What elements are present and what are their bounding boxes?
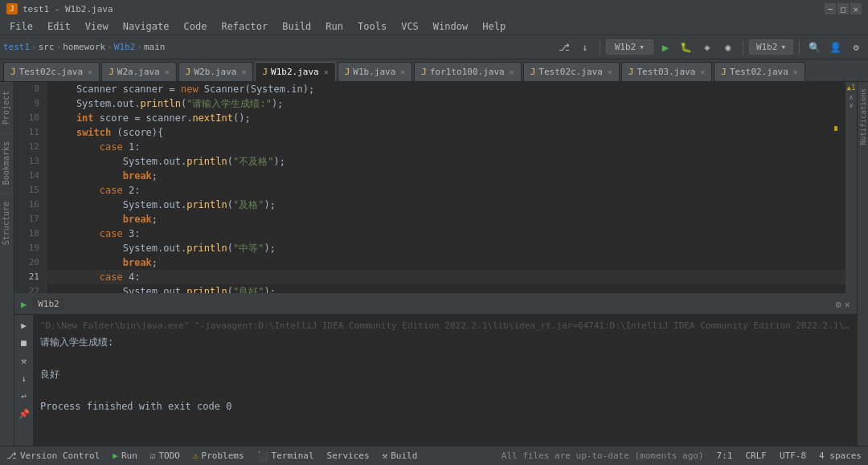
menu-build[interactable]: Build [276, 19, 317, 34]
nav-arrows[interactable]: ∧ [849, 93, 853, 101]
editor-tabs: J Test02c.java ✕ J W2a.java ✕ J W2b.java… [0, 59, 868, 82]
tab-w2a[interactable]: J W2a.java ✕ [101, 62, 177, 81]
run-output-prompt: 请输入学生成绩: [40, 334, 850, 350]
tab-test02c2[interactable]: J Test02c.java ✕ [523, 62, 620, 81]
tab-test02c[interactable]: J Test02c.java ✕ [3, 62, 100, 81]
tab-w1b2-active[interactable]: J W1b2.java ✕ [255, 62, 335, 81]
maximize-button[interactable]: □ [837, 3, 849, 14]
tab-label: W1b2.java [271, 67, 319, 77]
build-status[interactable]: ⚒ Build [383, 451, 418, 461]
warning-indicator[interactable]: ▲1 [847, 84, 856, 92]
version-control-status[interactable]: ⎇ Version Control [6, 451, 100, 461]
branch-selector[interactable]: W1b2 ▾ [749, 39, 793, 55]
stop-button[interactable]: ⏹ [17, 336, 31, 350]
menu-tools[interactable]: Tools [351, 19, 393, 34]
tab-label: Test02c.java [19, 67, 83, 77]
settings-icon[interactable]: ⚙ [847, 39, 865, 56]
structure-panel-tab[interactable]: Structure [0, 193, 14, 253]
tab-close[interactable]: ✕ [241, 67, 246, 76]
services-status[interactable]: Services [327, 451, 370, 461]
src-crumb[interactable]: src [39, 42, 55, 52]
window-controls[interactable]: ─ □ ✕ [825, 3, 862, 14]
soft-wrap-button[interactable]: ↩ [17, 389, 31, 403]
tab-close[interactable]: ✕ [165, 67, 170, 76]
nav-arrows-down[interactable]: ∨ [849, 101, 853, 109]
profile-button[interactable]: ◉ [719, 39, 737, 56]
run-output-blank2 [40, 382, 850, 398]
main-crumb[interactable]: main [144, 42, 166, 52]
tab-java-icon: J [262, 67, 268, 77]
line-ending-status[interactable]: CRLF [745, 451, 767, 461]
tab-w2b[interactable]: J W2b.java ✕ [178, 62, 254, 81]
code-editor[interactable]: 8 9 10 11 12 13 14 15 16 17 18 19 20 21 … [14, 82, 857, 293]
tab-w1b[interactable]: J W1b.java ✕ [338, 62, 413, 81]
tab-label: W1b.java [353, 67, 395, 77]
bookmarks-panel-tab[interactable]: Bookmarks [0, 133, 14, 193]
update-icon[interactable]: ↓ [576, 39, 594, 56]
tab-java-icon: J [721, 67, 727, 77]
menu-vcs[interactable]: VCS [395, 19, 425, 34]
notifications-tab[interactable]: Notifications [859, 85, 867, 148]
tab-close[interactable]: ✕ [324, 67, 329, 76]
code-line-14: break; [47, 169, 845, 183]
close-button[interactable]: ✕ [850, 3, 862, 14]
menu-edit[interactable]: Edit [41, 19, 77, 34]
problems-icon: ⚠ [193, 451, 199, 461]
terminal-status[interactable]: ⬛ Terminal [257, 451, 314, 461]
scroll-to-end-button[interactable]: ↓ [17, 371, 31, 385]
encoding-status[interactable]: UTF-8 [780, 451, 806, 461]
vcs-icon: ⎇ [6, 451, 17, 461]
run-panel-tab[interactable]: W1b2 [33, 298, 64, 310]
problems-status[interactable]: ⚠ Problems [193, 451, 244, 461]
pin-tab-button[interactable]: 📌 [17, 406, 31, 421]
menu-file[interactable]: File [3, 19, 39, 34]
tab-label: W2a.java [117, 67, 160, 77]
project-panel-tab[interactable]: Project [0, 82, 14, 133]
run-close-button[interactable]: ✕ [845, 299, 850, 310]
line-numbers: 8 9 10 11 12 13 14 15 16 17 18 19 20 21 … [14, 82, 47, 293]
menu-navigate[interactable]: Navigate [117, 19, 176, 34]
tab-close[interactable]: ✕ [793, 67, 798, 76]
position-status[interactable]: 7:1 [717, 451, 733, 461]
coverage-button[interactable]: ◈ [698, 39, 716, 56]
tab-close[interactable]: ✕ [88, 67, 92, 76]
search-everywhere-button[interactable]: 🔍 [805, 39, 823, 56]
tab-close[interactable]: ✕ [608, 67, 612, 76]
gutter-line-14: 14 [18, 169, 43, 183]
run-status[interactable]: ▶ Run [113, 451, 137, 461]
homework-crumb[interactable]: homework [63, 42, 105, 52]
tab-test03[interactable]: J Test03.java ✕ [621, 62, 713, 81]
right-margin: ▲1 ∧ ∨ [845, 82, 857, 293]
title-bar: J test1 - W1b2.java ─ □ ✕ [0, 0, 868, 18]
menu-run[interactable]: Run [319, 19, 350, 34]
tab-label: Test02.java [730, 67, 788, 77]
menu-view[interactable]: View [79, 19, 115, 34]
indent-status[interactable]: 4 spaces [819, 451, 862, 461]
vcs-label: Version Control [20, 451, 100, 461]
indent-label: 4 spaces [819, 451, 862, 461]
tab-close[interactable]: ✕ [700, 67, 705, 76]
menu-code[interactable]: Code [178, 19, 214, 34]
run-settings-button[interactable]: ⚙ [836, 299, 841, 310]
menu-window[interactable]: Window [427, 19, 474, 34]
todo-status[interactable]: ☑ TODO [150, 451, 180, 461]
separator-1 [600, 40, 600, 55]
rerun-button[interactable]: ▶ [17, 318, 31, 332]
run-button[interactable]: ▶ [657, 39, 674, 56]
w1b2-crumb[interactable]: W1b2 [114, 42, 136, 52]
minimize-button[interactable]: ─ [825, 3, 836, 14]
build-tool-btn[interactable]: ⚒ [17, 353, 31, 368]
menu-help[interactable]: Help [476, 19, 512, 34]
tab-for1to100[interactable]: J for1to100.java ✕ [414, 62, 521, 81]
tab-test02[interactable]: J Test02.java ✕ [714, 62, 805, 81]
menu-refactor[interactable]: Refactor [215, 19, 274, 34]
run-configuration-selector[interactable]: W1b2 ▾ [606, 39, 653, 55]
user-icon[interactable]: 👤 [826, 39, 844, 56]
debug-button[interactable]: 🐛 [678, 39, 695, 56]
git-icon[interactable]: ⎇ [555, 39, 573, 56]
project-crumb[interactable]: test1 [3, 42, 30, 52]
tab-close[interactable]: ✕ [400, 67, 405, 76]
code-content[interactable]: Scanner scanner = new Scanner(System.in)… [47, 82, 845, 293]
tab-close[interactable]: ✕ [510, 67, 514, 76]
tab-java-icon: J [345, 67, 350, 77]
